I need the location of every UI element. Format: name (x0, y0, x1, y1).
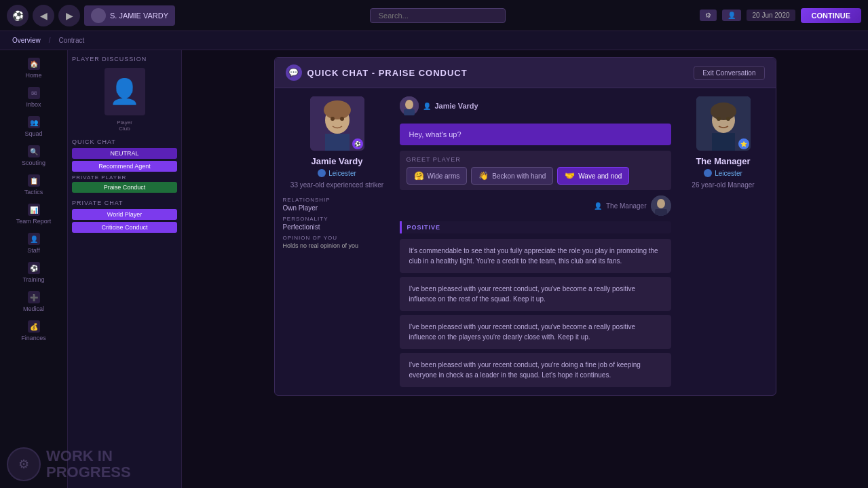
player-tab[interactable]: S. JAMIE VARDY (84, 5, 175, 26)
top-center (175, 8, 700, 23)
message-1: It's commendable to see that you fully a… (400, 239, 671, 273)
wip-text: WORK IN PROGRESS (46, 448, 131, 481)
praise-conduct-btn[interactable]: Praise Conduct (72, 182, 177, 193)
sidebar-item-scouting[interactable]: 🔍 Scouting (0, 142, 67, 170)
criticise-conduct-btn[interactable]: Criticise Conduct (72, 222, 177, 233)
sidebar-item-staff[interactable]: 👤 Staff (0, 229, 67, 257)
discussion-title: PLAYER DISCUSSION (72, 56, 177, 62)
sidebar-label-staff: Staff (27, 247, 39, 254)
settings-button[interactable]: ⚙ (700, 10, 717, 21)
player-tab-name: S. JAMIE VARDY (110, 12, 168, 20)
top-bar-left: ⚽ ◀ ▶ S. JAMIE VARDY (7, 5, 175, 26)
sub-nav: Overview / Contract (0, 31, 868, 50)
sidebar-label-inbox: Inbox (26, 101, 41, 108)
positive-section: POSITIVE (400, 221, 671, 233)
player-silhouette: 👤 (105, 68, 145, 115)
greet-wide-arms-button[interactable]: 🤗 Wide arms (407, 167, 468, 185)
neutral-btn[interactable]: NEUTRAL (72, 148, 177, 159)
sidebar-item-inbox[interactable]: ✉ Inbox (0, 83, 67, 111)
svg-rect-3 (325, 134, 350, 151)
profile-button[interactable]: 👤 (722, 10, 741, 21)
private-chat-section: PRIVATE CHAT World Player Criticise Cond… (72, 200, 177, 233)
greet-wave-icon: 🤝 (565, 171, 575, 181)
message-4: I've been pleased with your recent condu… (400, 353, 671, 387)
opinion-label: OPINION OF YOU (283, 235, 392, 241)
home-icon: 🏠 (28, 58, 40, 70)
greet-beckon-icon: 👋 (478, 171, 489, 181)
date-display: 20 Jun 2020 (747, 10, 795, 21)
svg-point-7 (405, 100, 413, 109)
player-avatar-badge: ⚽ (352, 138, 363, 149)
sidebar-item-team-report[interactable]: 📊 Team Report (0, 200, 67, 228)
sidebar-label-team-report: Team Report (16, 218, 52, 225)
greet-wave-label: Wave and nod (578, 172, 622, 180)
svg-rect-11 (655, 209, 667, 216)
sender-row: 👤 Jamie Vardy (400, 96, 671, 118)
relationship-label: RELATIONSHIP (283, 197, 392, 203)
manager-desc: 26 year-old Manager (692, 181, 754, 189)
sidebar-item-training[interactable]: ⚽ Training (0, 259, 67, 286)
discussion-panel: PLAYER DISCUSSION 👤 Player Club QUICK CH… (68, 50, 182, 488)
sidebar-item-finances[interactable]: 💰 Finances (0, 317, 67, 345)
recommend-agent-btn[interactable]: Recommend Agent (72, 161, 177, 172)
forward-button[interactable]: ▶ (58, 5, 80, 26)
modal-box: 💬 QUICK CHAT - PRAISE CONDUCT Exit Conve… (274, 57, 776, 396)
greet-wave-button[interactable]: 🤝 Wave and nod (557, 167, 629, 185)
greet-wide-arms-icon: 🤗 (414, 171, 424, 181)
sidebar-label-home: Home (25, 72, 41, 79)
exit-conversation-button[interactable]: Exit Conversation (694, 66, 764, 80)
wip-logo: ⚙ (7, 447, 41, 481)
chat-messages: It's commendable to see that you fully a… (400, 239, 671, 387)
sender-name: Jamie Vardy (435, 102, 478, 110)
chat-right: ⭐ The Manager Leicester 26 year-old Mana… (679, 96, 768, 387)
opinion-value: Holds no real opinion of you (283, 242, 392, 249)
manager-avatar-large: ⭐ (696, 96, 751, 151)
chat-main: 💬 QUICK CHAT - PRAISE CONDUCT Exit Conve… (182, 50, 868, 488)
player-name: Jamie Vardy (312, 156, 363, 166)
sidebar-label-finances: Finances (21, 335, 46, 341)
player-avatar: ⚽ (310, 96, 364, 151)
message-1-text: It's commendable to see that you fully a… (409, 247, 658, 265)
staff-icon: 👤 (28, 233, 40, 245)
sidebar-label-medical: Medical (23, 305, 44, 312)
greet-label: GREET PLAYER (407, 156, 664, 163)
player-club: Leicester (318, 169, 356, 177)
world-player-btn[interactable]: World Player (72, 209, 177, 220)
player-tab-avatar (91, 8, 106, 23)
svg-point-2 (324, 100, 351, 119)
greet-beckon-label: Beckon with hand (492, 172, 546, 180)
sidebar-item-squad[interactable]: 👥 Squad (0, 113, 67, 140)
svg-point-4 (331, 117, 335, 121)
continue-button[interactable]: CONTINUE (801, 8, 861, 23)
sidebar-item-home[interactable]: 🏠 Home (0, 54, 67, 82)
manager-avatar-mini (651, 195, 671, 216)
subnav-overview[interactable]: Overview (7, 35, 46, 45)
modal-title-icon: 💬 (286, 64, 302, 81)
team-report-icon: 📊 (28, 204, 40, 216)
svg-point-5 (340, 117, 344, 121)
svg-point-14 (711, 102, 736, 120)
sidebar-item-tactics[interactable]: 📋 Tactics (0, 171, 67, 199)
manager-club-badge (704, 169, 712, 177)
sidebar-item-medical[interactable]: ➕ Medical (0, 288, 67, 316)
player-desc: 33 year-old experienced striker (290, 181, 383, 189)
modal-title: QUICK CHAT - PRAISE CONDUCT (307, 68, 468, 78)
greet-beckon-button[interactable]: 👋 Beckon with hand (471, 167, 553, 185)
chat-center: 👤 Jamie Vardy Hey, what's up? GREET PLAY… (400, 96, 671, 387)
inbox-icon: ✉ (28, 87, 40, 99)
manager-club: Leicester (704, 169, 742, 177)
sidebar: 🏠 Home ✉ Inbox 👥 Squad 🔍 Scouting 📋 Tact… (0, 50, 68, 488)
svg-rect-15 (712, 133, 735, 151)
subnav-sep: / (49, 37, 51, 44)
relationship-value: Own Player (283, 204, 392, 212)
search-input[interactable] (370, 8, 506, 23)
wip-line1: WORK IN (46, 448, 131, 464)
subnav-contract[interactable]: Contract (53, 35, 90, 45)
modal-overlay: 💬 QUICK CHAT - PRAISE CONDUCT Exit Conve… (182, 50, 868, 488)
back-button[interactable]: ◀ (33, 5, 54, 26)
svg-rect-8 (404, 109, 415, 115)
modal-header: 💬 QUICK CHAT - PRAISE CONDUCT Exit Conve… (275, 58, 776, 88)
home-nav-icon[interactable]: ⚽ (7, 5, 29, 26)
personality-label: PERSONALITY (283, 216, 392, 222)
message-2-text: I've been pleased with your recent condu… (409, 285, 635, 303)
